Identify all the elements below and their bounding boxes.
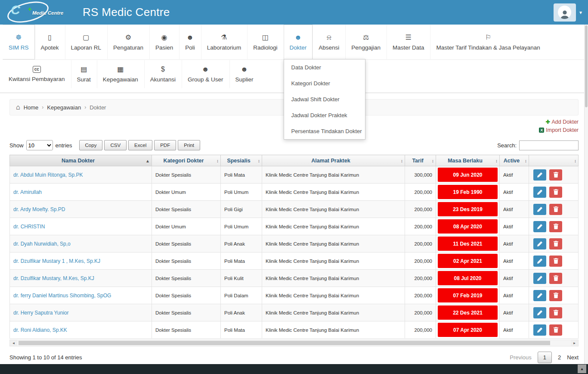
tab-akuntansi[interactable]: $Akuntansi <box>144 60 182 88</box>
edit-button[interactable] <box>533 221 546 232</box>
edit-button[interactable] <box>533 256 546 267</box>
masa-berlaku-cell: 07 Apr 2020 <box>436 321 500 339</box>
delete-button[interactable] <box>549 324 562 336</box>
tab-radiologi[interactable]: ◫Radiologi <box>247 25 283 59</box>
tab-suplier[interactable]: ☻Suplier <box>229 60 260 88</box>
delete-button[interactable] <box>549 187 562 198</box>
tab-poli[interactable]: ☻Poli <box>179 25 201 59</box>
print-button[interactable]: Print <box>178 140 200 150</box>
delete-button[interactable] <box>549 256 562 267</box>
menu-item-persentase-tindakan-dokter[interactable]: Persentase Tindakan Dokter <box>284 123 365 139</box>
edit-button[interactable] <box>533 187 546 198</box>
tarif-cell: 200,000 <box>405 235 436 252</box>
doctor-name-cell: dr. Abdul Muin Ritonga, Sp.PK <box>10 166 152 184</box>
horizontal-scrollbar-track[interactable] <box>17 340 571 346</box>
csv-button[interactable]: CSV <box>104 140 127 150</box>
tab-kwitansi-pembayaran[interactable]: ccKwitansi Pembayaran <box>3 60 71 88</box>
scroll-left-icon[interactable]: ◂ <box>10 340 17 346</box>
doctor-name-cell: dr. Roni Aldiano, Sp.KK <box>10 321 152 339</box>
hospital-logo[interactable]: C ✚ Medic Centre <box>3 0 77 25</box>
tab-pengaturan[interactable]: ⚙Pengaturan <box>107 25 149 59</box>
address-cell: Klinik Medic Centre Tanjung Balai Karimu… <box>262 270 405 287</box>
tab-dokter[interactable]: ☻Dokter Data Dokter Kategori Dokter Jadw… <box>284 25 313 59</box>
doctor-name-link[interactable]: dr. ferry Daniel Martinus Sihombing, SpO… <box>13 293 111 299</box>
doctor-name-link[interactable]: dr. Ardy Moefty. Sp.PD <box>13 206 65 212</box>
scroll-right-icon[interactable]: ▸ <box>571 340 578 346</box>
menu-item-data-dokter[interactable]: Data Dokter <box>284 59 365 75</box>
column-header-active[interactable]: Active↕ <box>500 155 529 166</box>
column-header-tarif[interactable]: Tarif↕ <box>405 155 436 166</box>
breadcrumb-kepegawaian[interactable]: Kepegawaian <box>47 104 81 111</box>
tab-surat[interactable]: ▤Surat <box>71 60 97 88</box>
pagination-next[interactable]: Next <box>567 354 579 361</box>
menu-item-kategori-dokter[interactable]: Kategori Dokter <box>284 75 365 91</box>
column-header-kategori-dokter[interactable]: Kategori Dokter↕ <box>152 155 221 166</box>
pagination-page-1[interactable]: 1 <box>538 352 552 363</box>
doctor-name-link[interactable]: dr. Dzulfikar Mustary 1 , M.Kes, Sp.KJ <box>13 258 100 264</box>
breadcrumb-home[interactable]: Home <box>24 104 39 111</box>
row-actions <box>533 187 575 198</box>
delete-button[interactable] <box>549 204 562 215</box>
menu-item-jadwal-shift-dokter[interactable]: Jadwal Shift Dokter <box>284 91 365 107</box>
pdf-button[interactable]: PDF <box>154 140 176 150</box>
tab-master-data[interactable]: ☰Master Data <box>387 25 430 59</box>
import-dokter-label: Import Dokter <box>546 127 579 133</box>
row-actions <box>533 290 575 301</box>
vertical-scrollbar[interactable] <box>584 25 588 364</box>
tab-sim-rs[interactable]: ☸SIM RS <box>3 25 35 59</box>
tab-master-tarif[interactable]: ⚐Master Tarif Tindakan & Jasa Pelayanan <box>430 25 546 59</box>
pagination-previous[interactable]: Previous <box>510 354 532 361</box>
doctor-name-link[interactable]: dr. Dzulfikar Mustary, M.Kes, Sp.KJ <box>13 275 94 281</box>
tab-penggajian[interactable]: ⚖Penggajian <box>345 25 387 59</box>
tab-absensi[interactable]: ⍾Absensi <box>313 25 345 59</box>
doctor-name-link[interactable]: dr. Amirullah <box>13 189 42 195</box>
delete-button[interactable] <box>549 221 562 232</box>
user-menu[interactable]: ▾ <box>554 3 582 22</box>
menu-item-jadwal-dokter-praktek[interactable]: Jadwal Dokter Praktek <box>284 107 365 123</box>
group-user-icon: ☻ <box>202 65 209 73</box>
copy-button[interactable]: Copy <box>79 140 103 150</box>
search-input[interactable] <box>519 140 579 150</box>
edit-button[interactable] <box>533 204 546 215</box>
horizontal-scrollbar-thumb[interactable] <box>19 341 550 345</box>
delete-button[interactable] <box>549 273 562 284</box>
delete-button[interactable] <box>549 290 562 301</box>
doctor-name-link[interactable]: dr. Dyah Nurwidiah, Sp,o <box>13 241 71 247</box>
edit-button[interactable] <box>533 307 546 318</box>
doctor-name-link[interactable]: dr. Abdul Muin Ritonga, Sp.PK <box>13 172 83 178</box>
horizontal-scrollbar[interactable]: ◂ ▸ <box>9 340 579 346</box>
logo-cross-icon: ✚ <box>28 7 31 12</box>
main-navigation: ☸SIM RS▯Apotek▢Laporan RL⚙Pengaturan◉Pas… <box>0 25 588 93</box>
doctor-name-link[interactable]: dr. CHRISTIN <box>13 224 45 230</box>
excel-button[interactable]: Excel <box>128 140 152 150</box>
doctor-name-link[interactable]: dr. Herry Saputra Yunior <box>13 310 69 316</box>
tab-laboratorium[interactable]: ⚗Laboratorium <box>201 25 248 59</box>
column-header-alamat-praktek[interactable]: Alamat Praktek↕ <box>262 155 405 166</box>
doctor-row: dr. CHRISTINDokter UmumPoli UmumKlinik M… <box>10 218 579 235</box>
column-header-actions[interactable]: ↕ <box>529 155 579 166</box>
add-dokter-button[interactable]: ✚ Add Dokter <box>545 119 579 125</box>
delete-button[interactable] <box>549 169 562 181</box>
column-header-spesialis[interactable]: Spesialis↕ <box>221 155 262 166</box>
tab-laporan-rl[interactable]: ▢Laporan RL <box>65 25 108 59</box>
edit-button[interactable] <box>533 238 546 249</box>
vertical-scrollbar-thumb[interactable] <box>585 25 588 107</box>
tab-apotek[interactable]: ▯Apotek <box>35 25 65 59</box>
delete-button[interactable] <box>549 307 562 318</box>
pagination-page-2[interactable]: 2 <box>558 354 561 361</box>
tab-pasien[interactable]: ◉Pasien <box>149 25 179 59</box>
edit-button[interactable] <box>533 290 546 301</box>
column-header-nama-dokter[interactable]: Nama Dokter▲ <box>10 155 152 166</box>
edit-button[interactable] <box>533 169 546 181</box>
back-to-top-button[interactable]: ▴ <box>578 365 586 373</box>
tab-group-user[interactable]: ☻Group & User <box>182 60 229 88</box>
row-actions <box>533 256 575 267</box>
entries-select[interactable]: 10 <box>26 140 53 150</box>
edit-button[interactable] <box>533 273 546 284</box>
edit-button[interactable] <box>533 324 546 336</box>
delete-button[interactable] <box>549 238 562 249</box>
import-dokter-button[interactable]: X Import Dokter <box>539 127 579 133</box>
doctor-name-link[interactable]: dr. Roni Aldiano, Sp.KK <box>13 327 67 333</box>
column-header-masa-berlaku[interactable]: Masa Berlaku↕ <box>436 155 500 166</box>
tab-kepegawaian[interactable]: ▦Kepegawaian <box>97 60 144 88</box>
